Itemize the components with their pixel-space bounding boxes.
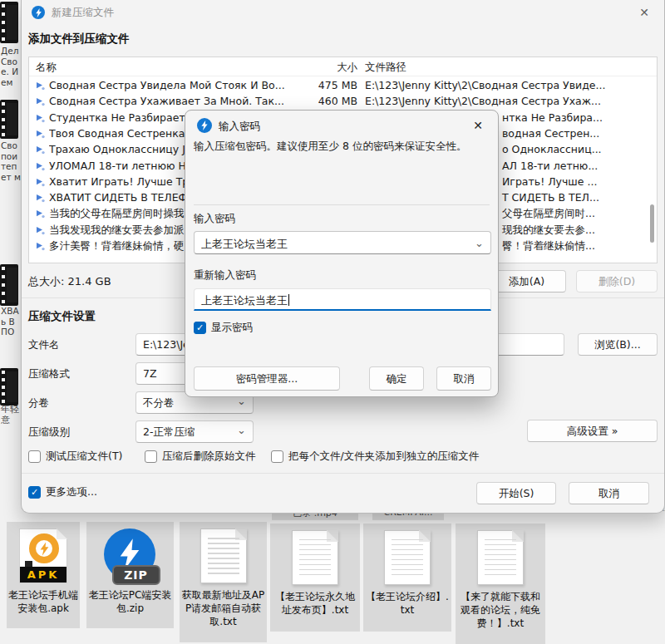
- close-icon[interactable]: ✕: [470, 117, 486, 134]
- column-size[interactable]: 大小: [278, 61, 357, 75]
- text-file-icon: [384, 530, 431, 585]
- checkbox-icon: [271, 450, 283, 463]
- video-thumbnail-icon[interactable]: [0, 2, 18, 43]
- apk-badge: APK: [20, 567, 66, 583]
- checkbox-checked-icon: ✓: [194, 322, 206, 334]
- scrollbar-thumb[interactable]: [650, 204, 654, 243]
- column-name[interactable]: 名称: [36, 61, 57, 75]
- file-name: Твоя Сводная Сестренка Je: [49, 127, 198, 140]
- video-file-icon: [36, 145, 45, 154]
- hidden-icon-label: 年轻意: [1, 405, 21, 425]
- column-path[interactable]: 文件路径: [365, 61, 406, 75]
- chevron-down-icon: ⌄: [237, 424, 246, 436]
- checkbox-icon: [28, 450, 41, 463]
- video-file-icon: [36, 241, 45, 250]
- video-thumbnail-icon[interactable]: [0, 264, 18, 306]
- file-path-fragment: АЛ 18-ти летню...: [502, 160, 598, 172]
- ok-button[interactable]: 确定: [369, 366, 424, 391]
- password-label: 输入密码: [194, 212, 235, 226]
- file-path-fragment: Играть! Лучше ...: [502, 175, 597, 188]
- file-path-fragment: нтка Не Разбира...: [502, 111, 603, 124]
- desktop-icon-txt[interactable]: 【来了就能下载和观看的论坛，纯免费！】.txt: [456, 524, 545, 644]
- divider: [194, 204, 490, 205]
- file-list-header[interactable]: 名称 大小 文件路径: [29, 57, 657, 76]
- file-name: 当我发现我的继女要去参加派: [49, 224, 185, 238]
- file-path-fragment: 现我的继女要去参...: [502, 224, 595, 238]
- password-manager-button[interactable]: 密码管理器...: [194, 366, 340, 391]
- video-file-icon: [36, 81, 45, 90]
- text-file-icon: [292, 530, 338, 585]
- cancel-button[interactable]: 取消: [569, 482, 649, 504]
- browse-button[interactable]: 浏览(B)...: [578, 333, 658, 356]
- file-name: Студентка Не Разбирается: [49, 111, 197, 124]
- confirm-password-label: 重新输入密码: [194, 268, 256, 283]
- start-button[interactable]: 开始(S): [476, 482, 556, 504]
- checkbox-label: 测试压缩文件(T): [46, 450, 122, 464]
- checkbox-label: 把每个文件/文件夹添加到独立的压缩文件: [288, 450, 479, 464]
- file-name: Сводная Сестра Увидела Мой Стояк И Во...: [49, 79, 285, 91]
- file-row[interactable]: Сводная Сестра Увидела Мой Стояк И Во...…: [29, 77, 645, 93]
- cancel-button[interactable]: 取消: [436, 366, 491, 391]
- file-path: E:\123\Jenny Kitty\2\Сводная Сестра Увид…: [365, 79, 605, 91]
- advanced-settings-button[interactable]: 高级设置 »: [527, 420, 658, 442]
- video-file-icon: [36, 193, 45, 202]
- file-name: Хватит Играть! Лучше Тра: [49, 175, 195, 188]
- more-options-label: 更多选项...: [46, 485, 97, 499]
- video-file-icon: [36, 177, 45, 186]
- level-label: 压缩级别: [28, 425, 70, 440]
- desktop-icon-label: 获取最新地址及APP请发邮箱自动获取.txt: [180, 588, 267, 628]
- video-file-icon: [36, 209, 45, 218]
- total-size-label: 总大小: 21.4 GB: [28, 274, 111, 289]
- file-path-fragment: 父母在隔壁房间时...: [502, 207, 595, 221]
- desktop-icon-txt[interactable]: 【老王论坛介绍】.txt: [363, 524, 451, 632]
- file-name: 多汁美臀！背着继妹偷情，硬: [49, 239, 185, 253]
- text-file-icon: [200, 528, 247, 583]
- close-icon[interactable]: ✕: [636, 4, 653, 21]
- level-dropdown[interactable]: 2-正常压缩⌄: [135, 420, 254, 443]
- bandizip-logo-icon: [197, 118, 212, 133]
- titlebar[interactable]: 新建压缩文件 ✕: [22, 0, 664, 23]
- bandizip-logo-icon: [32, 6, 45, 19]
- hidden-icon-label: Свопоитепет м: [1, 140, 21, 182]
- video-thumbnail-icon[interactable]: [0, 368, 18, 406]
- add-button[interactable]: 添加(A): [487, 270, 566, 293]
- video-file-icon: [36, 161, 45, 170]
- file-name: ХВАТИТ СИДЕТЬ В ТЕЛЕФО: [49, 191, 195, 204]
- dialog-title: 输入密码: [219, 120, 260, 134]
- video-thumbnail-icon[interactable]: [0, 100, 18, 139]
- desktop-icon-zip[interactable]: ZIP老王论坛PC端安装包.zip: [86, 522, 174, 628]
- desktop-icon-label: 【来了就能下载和观看的论坛，纯免费！】.txt: [456, 590, 545, 630]
- password-input[interactable]: 上老王论坛当老王 ⌄: [194, 231, 491, 254]
- desktop-icon-label: 老王论坛手机端安装包.apk: [7, 588, 80, 615]
- file-name: 当我的父母在隔壁房间时操我: [49, 207, 185, 221]
- dialog-message: 输入压缩包密码。建议使用至少 8 位的密码来保证安全性。: [194, 139, 490, 155]
- archive-settings-heading: 压缩文件设置: [28, 309, 96, 324]
- show-password-checkbox[interactable]: ✓ 显示密码: [194, 321, 253, 335]
- option-checkbox[interactable]: 压缩后删除原始文件: [145, 450, 256, 464]
- checkbox-label: 压缩后删除原始文件: [162, 450, 256, 464]
- file-row[interactable]: Сводная Сестра Ухаживает За Мной. Так...…: [29, 93, 645, 109]
- desktop-icon-label: 【老王论坛介绍】.txt: [363, 590, 451, 617]
- option-checkbox[interactable]: 把每个文件/文件夹添加到独立的压缩文件: [271, 450, 479, 464]
- file-name: УЛОМАЛ 18-ти летнюю НЕ: [49, 160, 193, 172]
- text-file-icon: [477, 530, 524, 585]
- divider: [22, 473, 664, 474]
- hidden-icon-label: ХВАь ВПО: [1, 306, 21, 337]
- desktop-icon-label: 老王论坛PC端安装包.zip: [86, 588, 174, 615]
- file-name: Трахаю Одноклассницу Je: [49, 143, 192, 155]
- chevron-down-icon: ⌄: [475, 237, 484, 249]
- file-path-fragment: водная Сестрен...: [502, 127, 599, 140]
- file-path-fragment: Т СИДЕТЬ В ТЕЛ...: [502, 191, 599, 204]
- add-files-heading: 添加文件到压缩文件: [28, 32, 130, 47]
- delete-button[interactable]: 删除(D): [576, 270, 658, 293]
- desktop-icon-txt[interactable]: 获取最新地址及APP请发邮箱自动获取.txt: [180, 522, 267, 642]
- file-path-fragment: о Одноклассниц...: [502, 143, 602, 155]
- more-options-checkbox[interactable]: ✓ 更多选项...: [28, 485, 97, 499]
- confirm-password-input[interactable]: 上老王论坛当老王: [194, 288, 491, 311]
- desktop-icon-txt[interactable]: 【老王论坛永久地址发布页】.txt: [270, 524, 360, 632]
- window-title: 新建压缩文件: [52, 6, 114, 20]
- desktop-icon-apk[interactable]: APK老王论坛手机端安装包.apk: [7, 522, 80, 628]
- option-checkbox[interactable]: 测试压缩文件(T): [28, 450, 122, 464]
- video-file-icon: [36, 113, 45, 122]
- hidden-icon-label: ДелСвое. Ием: [1, 46, 21, 87]
